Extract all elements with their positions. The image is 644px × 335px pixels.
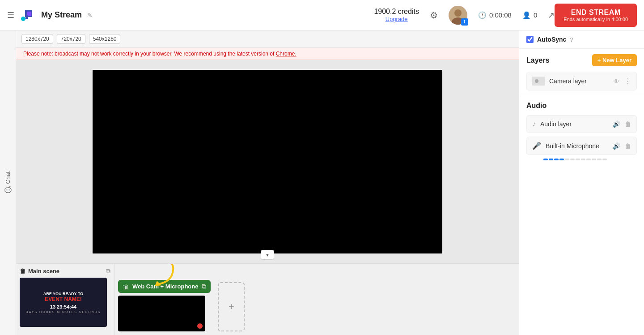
credits-block: 1900.2 credits Upgrade	[374, 8, 419, 22]
upgrade-link[interactable]: Upgrade	[374, 16, 419, 22]
layers-section: Layers + New Layer Camera layer 👁 ⋮	[519, 49, 644, 96]
facebook-badge: f	[461, 18, 468, 26]
layer-more-icon[interactable]: ⋮	[624, 77, 631, 85]
mic-delete-icon[interactable]: 🗑	[625, 142, 631, 150]
hamburger-icon[interactable]: ☰	[7, 10, 14, 20]
resolution-540[interactable]: 540x1280	[89, 34, 121, 44]
header: ☰ My Stream ✎ 1900.2 credits Upgrade ⚙	[0, 0, 644, 30]
source-thumbnail	[118, 296, 205, 331]
meter-dot-12	[602, 159, 607, 160]
audio-delete-icon[interactable]: 🗑	[625, 120, 631, 128]
autosync-bar: AutoSync ?	[519, 30, 644, 49]
timer-display: 0:00:08	[489, 11, 512, 19]
stream-name: My Stream	[41, 10, 82, 20]
chrome-link[interactable]: Chrome.	[276, 51, 297, 57]
audio-note-icon: ♪	[532, 120, 536, 128]
viewers-icon: 👤	[522, 11, 531, 19]
source-delete-icon[interactable]: 🗑	[123, 283, 129, 290]
credits-display: 1900.2 credits	[374, 8, 419, 16]
edit-icon[interactable]: ✎	[87, 12, 93, 19]
scene-thumbnail[interactable]: ARE YOU READY TO EVENT NAME! 13 23:54:44…	[20, 278, 107, 327]
video-collapse-button[interactable]: ▼	[261, 250, 274, 260]
microphone-item: 🎤 Built-in Microphone 🔊 🗑	[526, 137, 637, 155]
header-center: 1900.2 credits Upgrade ⚙ f 🕐 0:00:08 👤	[374, 6, 555, 25]
chat-icon: 💬	[4, 187, 11, 194]
thumb-labels: DAYS HOURS MINUTES SECONDS	[26, 310, 101, 314]
layer-name: Camera layer	[549, 77, 609, 85]
layer-eye-icon[interactable]: 👁	[613, 77, 620, 85]
scenes-panel: 🗑 Main scene ⧉ ARE YOU READY TO EVENT NA…	[16, 263, 519, 335]
timer-block: 🕐 0:00:08	[478, 11, 512, 19]
source-item[interactable]: 🗑 Web Cam + Microphone ⧉	[118, 280, 211, 293]
main-area: 💬 Chat 1280x720 720x720 540x1280 Please …	[0, 30, 644, 335]
microphone-item-wrap: 🎤 Built-in Microphone 🔊 🗑	[526, 137, 637, 160]
chat-label: Chat	[4, 172, 11, 184]
meter-dot-6	[570, 159, 575, 160]
svg-rect-4	[25, 15, 28, 19]
microphone-icon: 🎤	[532, 142, 541, 150]
layer-thumb	[532, 77, 545, 86]
audio-volume-icon[interactable]: 🔊	[613, 120, 620, 128]
meter-dot-10	[592, 159, 596, 160]
meter-dot-7	[576, 159, 580, 160]
scene-name: Main scene	[28, 268, 59, 275]
meter-dot-4	[559, 159, 564, 160]
meter-dot-8	[581, 159, 585, 160]
header-right: END STREAM Ends automatically in 4:00:00	[555, 4, 637, 27]
chat-tab[interactable]: 💬 Chat	[4, 172, 11, 193]
notice-bar: Please note: broadcast may not work corr…	[16, 48, 519, 60]
audio-meter	[526, 159, 637, 160]
svg-point-1	[21, 17, 25, 21]
chevron-down-icon: ▼	[265, 253, 270, 258]
scene-title: 🗑 Main scene	[20, 268, 59, 275]
audio-section: Audio ♪ Audio layer 🔊 🗑 🎤 Built-in Micro…	[519, 96, 644, 166]
source-copy-icon[interactable]: ⧉	[202, 283, 206, 290]
mic-volume-icon[interactable]: 🔊	[613, 142, 620, 150]
audio-layer-name: Audio layer	[540, 120, 608, 128]
meter-dot-1	[543, 159, 548, 160]
source-name: Web Cam + Microphone	[132, 283, 198, 290]
center-content: 1280x720 720x720 540x1280 Please note: b…	[16, 30, 519, 335]
right-panel: AutoSync ? Layers + New Layer Camera lay…	[519, 30, 644, 335]
layers-header: Layers + New Layer	[526, 54, 637, 66]
resolution-1280[interactable]: 1280x720	[21, 34, 53, 44]
viewers-count: 0	[534, 11, 537, 19]
scene-header: 🗑 Main scene ⧉	[20, 267, 110, 275]
svg-point-10	[535, 79, 538, 83]
settings-icon[interactable]: ⚙	[430, 10, 438, 21]
meter-dot-11	[597, 159, 602, 160]
resolution-bar: 1280x720 720x720 540x1280	[16, 30, 519, 48]
add-scene-area: +	[214, 264, 252, 335]
chat-sidebar: 💬 Chat	[0, 30, 16, 335]
autosync-help-icon[interactable]: ?	[570, 36, 573, 43]
external-link-icon[interactable]: ↗	[548, 10, 555, 20]
meter-dot-3	[554, 159, 559, 160]
end-stream-sub: Ends automatically in 4:00:00	[564, 17, 628, 22]
autosync-checkbox[interactable]	[526, 36, 534, 43]
meter-dot-5	[565, 159, 569, 160]
recording-dot	[197, 323, 203, 329]
viewers-block: 👤 0	[522, 11, 537, 19]
resolution-720[interactable]: 720x720	[57, 34, 85, 44]
scene-copy-icon[interactable]: ⧉	[106, 267, 110, 275]
credits-number: 1900.2	[374, 8, 396, 15]
audio-layer-item: ♪ Audio layer 🔊 🗑	[526, 115, 637, 133]
avatar-wrap: f	[449, 6, 467, 25]
video-canvas	[93, 70, 442, 253]
header-left: ☰ My Stream ✎	[7, 7, 374, 23]
logo	[20, 7, 36, 23]
scene-thumb-content: ARE YOU READY TO EVENT NAME! 13 23:54:44…	[20, 278, 107, 327]
new-layer-button[interactable]: + New Layer	[592, 54, 637, 66]
end-stream-label: END STREAM	[564, 9, 628, 17]
notice-text: Please note: broadcast may not work corr…	[23, 51, 276, 57]
layers-title: Layers	[526, 56, 550, 64]
audio-title: Audio	[526, 102, 637, 110]
credits-label: credits	[398, 8, 419, 15]
source-section: 🗑 Web Cam + Microphone ⧉	[114, 264, 214, 335]
thumb-event-name: EVENT NAME!	[45, 296, 82, 302]
end-stream-button[interactable]: END STREAM Ends automatically in 4:00:00	[555, 4, 637, 27]
microphone-name: Built-in Microphone	[546, 142, 608, 150]
svg-point-6	[454, 9, 462, 17]
thumb-event-text: ARE YOU READY TO	[43, 292, 84, 296]
add-scene-button[interactable]: +	[218, 282, 245, 331]
